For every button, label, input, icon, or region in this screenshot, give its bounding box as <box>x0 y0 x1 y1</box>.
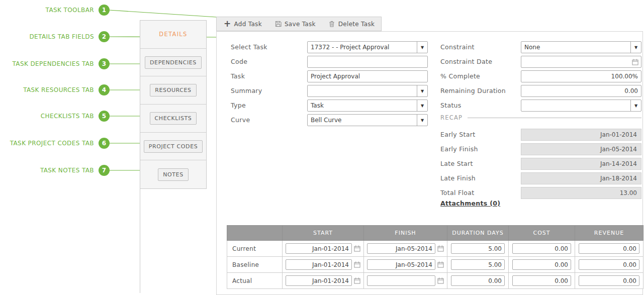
tab-project-codes[interactable]: PROJECT CODES <box>140 133 206 161</box>
late-finish-value: Jan-18-2014 <box>521 172 641 184</box>
baseline-start-input[interactable] <box>286 259 352 270</box>
header-revenue: REVENUE <box>575 226 643 241</box>
recap-section-header: RECAP <box>440 114 641 121</box>
curve-label: Curve <box>231 116 250 124</box>
chevron-down-icon: ▼ <box>630 100 641 111</box>
header-start: START <box>283 226 364 241</box>
annotation-label: TASK TOOLBAR <box>46 7 94 14</box>
baseline-finish-input[interactable] <box>367 259 435 270</box>
annotation-label: TASK RESOURCES TAB <box>23 86 94 93</box>
calendar-icon[interactable] <box>354 245 360 252</box>
late-start-label: Late Start <box>440 160 473 167</box>
tab-resources[interactable]: RESOURCES <box>140 76 206 105</box>
constraint-dropdown[interactable]: None▼ <box>521 41 641 53</box>
remaining-duration-field[interactable] <box>521 85 641 97</box>
save-task-button[interactable]: Save Task <box>275 21 316 28</box>
code-label: Code <box>231 58 247 65</box>
summary-dropdown[interactable]: ▼ <box>307 85 428 97</box>
save-icon <box>275 21 282 27</box>
tab-checklists-label: CHECKLISTS <box>150 112 197 125</box>
chevron-down-icon: ▼ <box>630 42 641 53</box>
early-start-label: Early Start <box>440 131 475 138</box>
current-revenue-input[interactable] <box>579 243 639 254</box>
add-task-button[interactable]: + Add Task <box>224 21 262 28</box>
type-dropdown[interactable]: Task▼ <box>307 100 428 112</box>
status-dropdown[interactable]: ▼ <box>521 100 641 112</box>
status-label: Status <box>440 102 462 109</box>
annotation-label: TASK NOTES TAB <box>40 167 94 174</box>
late-finish-label: Late Finish <box>440 174 476 182</box>
baseline-revenue-input[interactable] <box>579 259 639 270</box>
constraint-value: None <box>521 42 630 53</box>
percent-complete-field[interactable] <box>521 70 641 82</box>
save-task-label: Save Task <box>285 21 316 28</box>
current-finish-input[interactable] <box>367 243 435 254</box>
baseline-duration-input[interactable] <box>451 259 505 270</box>
remaining-duration-label: Remaining Duration <box>440 87 506 94</box>
table-row-actual: Actual <box>227 273 643 289</box>
annotation-label: TASK DEPENDENCIES TAB <box>13 60 95 67</box>
curve-value: Bell Curve <box>308 115 417 126</box>
plus-icon: + <box>224 21 231 27</box>
calendar-icon[interactable] <box>437 261 444 268</box>
delete-task-button[interactable]: Delete Task <box>329 21 375 28</box>
constraint-date-label: Constraint Date <box>440 58 492 65</box>
current-start-input[interactable] <box>286 243 352 254</box>
chevron-down-icon: ▼ <box>417 42 427 53</box>
tab-dependencies-label: DEPENDENCIES <box>145 56 202 69</box>
calendar-icon[interactable] <box>437 277 444 284</box>
annotation-number-badge: 2 <box>99 31 110 42</box>
tab-notes[interactable]: NOTES <box>140 160 206 188</box>
actual-finish-input[interactable] <box>367 275 435 286</box>
select-task-dropdown[interactable]: 17372 - - Project Approval▼ <box>307 41 428 53</box>
task-field[interactable] <box>307 70 428 82</box>
status-value <box>521 100 630 111</box>
annotation-label: TASK PROJECT CODES TAB <box>10 140 94 147</box>
row-label: Current <box>227 241 283 257</box>
curve-dropdown[interactable]: Bell Curve▼ <box>307 114 428 126</box>
recap-divider-line <box>468 118 641 118</box>
annotation-label: CHECKLISTS TAB <box>41 113 94 120</box>
constraint-date-input[interactable] <box>524 58 632 65</box>
total-float-label: Total Float <box>440 189 474 196</box>
annotation-task-toolbar: TASK TOOLBAR1 <box>4 5 110 16</box>
table-row-current: Current <box>227 241 643 257</box>
header-finish: FINISH <box>364 226 447 241</box>
calendar-icon[interactable] <box>437 245 444 252</box>
total-float-value: 13.00 <box>521 187 641 199</box>
add-task-label: Add Task <box>234 21 262 28</box>
task-dates-table: START FINISH DURATION DAYS COST REVENUE … <box>227 225 643 289</box>
chevron-down-icon: ▼ <box>417 100 427 111</box>
tab-details-label: DETAILS <box>159 31 187 38</box>
recap-title: RECAP <box>440 114 463 121</box>
calendar-icon[interactable] <box>632 59 638 65</box>
calendar-icon[interactable] <box>354 261 360 268</box>
attachments-link[interactable]: Attachments (0) <box>440 200 500 207</box>
annotation-project-codes-tab: TASK PROJECT CODES TAB6 <box>4 138 110 149</box>
constraint-label: Constraint <box>440 43 475 51</box>
early-finish-label: Early Finish <box>440 145 478 153</box>
annotation-number-badge: 5 <box>99 111 110 122</box>
actual-revenue-input[interactable] <box>579 275 639 286</box>
actual-start-input[interactable] <box>286 275 352 286</box>
select-task-label: Select Task <box>231 43 267 51</box>
details-panel: Select Task 17372 - - Project Approval▼ … <box>216 31 643 295</box>
code-field[interactable] <box>307 56 428 68</box>
current-cost-input[interactable] <box>512 243 571 254</box>
actual-duration-input[interactable] <box>451 275 505 286</box>
baseline-cost-input[interactable] <box>512 259 571 270</box>
table-row-baseline: Baseline <box>227 257 643 273</box>
tab-details[interactable]: DETAILS <box>140 21 206 49</box>
calendar-icon[interactable] <box>354 277 360 284</box>
task-label: Task <box>231 72 245 80</box>
late-start-value: Jan-14-2014 <box>521 158 641 170</box>
header-duration-days: DURATION DAYS <box>447 226 509 241</box>
select-task-value: 17372 - - Project Approval <box>308 42 417 53</box>
tab-checklists[interactable]: CHECKLISTS <box>140 105 206 133</box>
tab-notes-label: NOTES <box>158 168 189 181</box>
constraint-date-field[interactable] <box>521 56 641 68</box>
actual-cost-input[interactable] <box>512 275 571 286</box>
early-start-value: Jan-01-2014 <box>521 129 641 141</box>
current-duration-input[interactable] <box>451 243 505 254</box>
tab-dependencies[interactable]: DEPENDENCIES <box>140 49 206 77</box>
